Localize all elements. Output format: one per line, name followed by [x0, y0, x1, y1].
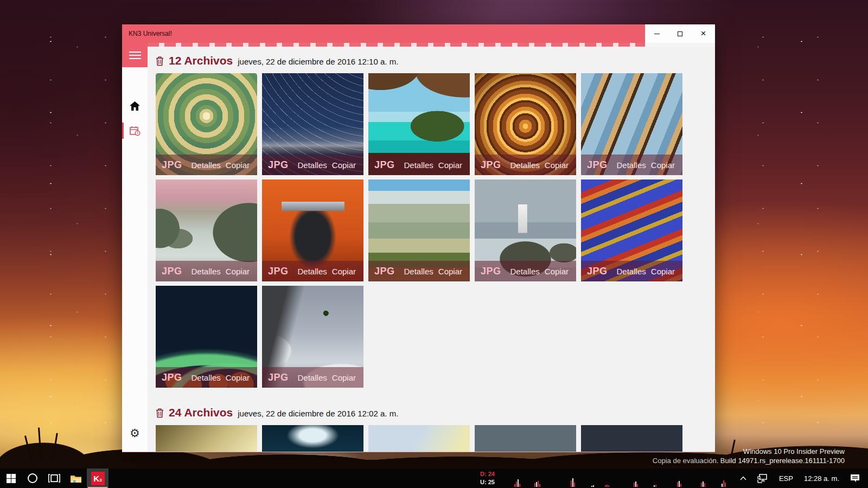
thumbnail-grid: JPG Detalles Copiar JPG Detalles Copiar … [156, 425, 715, 452]
copy-button[interactable]: Copiar [438, 160, 462, 170]
hamburger-menu-button[interactable] [122, 43, 148, 67]
format-badge: JPG [374, 266, 395, 277]
kn3-app-taskbar-button[interactable]: K3 [87, 468, 108, 488]
file-card: JPG Detalles Copiar [262, 286, 363, 388]
thumbnail-grid: JPG Detalles Copiar JPG Detalles Copiar … [156, 73, 715, 388]
maximize-button[interactable] [668, 24, 692, 43]
network-tray-button[interactable] [754, 468, 772, 488]
file-card: JPG Detalles Copiar [581, 179, 682, 281]
copy-button[interactable]: Copiar [226, 267, 250, 276]
card-overlay: JPG Detalles Copiar [581, 155, 682, 175]
file-card: JPG Detalles Copiar [156, 179, 257, 281]
network-graph-spike [605, 485, 609, 487]
file-card: JPG Detalles Copiar [368, 179, 470, 281]
copy-button[interactable]: Copiar [332, 373, 356, 382]
details-button[interactable]: Detalles [192, 160, 221, 170]
maximize-icon [678, 31, 682, 36]
details-button[interactable]: Detalles [298, 160, 327, 170]
file-card: JPG Detalles Copiar [475, 425, 576, 452]
tray-chevron-button[interactable] [736, 468, 750, 488]
trash-icon[interactable] [156, 408, 164, 418]
thumbnail[interactable] [581, 425, 682, 452]
card-overlay: JPG Detalles Copiar [262, 155, 363, 175]
thumbnail[interactable] [475, 425, 576, 452]
file-card: JPG Detalles Copiar [156, 425, 257, 452]
details-button[interactable]: Detalles [617, 160, 646, 170]
copy-button[interactable]: Copiar [332, 160, 356, 170]
copy-button[interactable]: Copiar [226, 373, 250, 382]
network-graph-spike [571, 478, 575, 487]
network-monitor-readout: D: 24 U: 25 [480, 470, 495, 486]
format-badge: JPG [587, 266, 608, 277]
task-view-button[interactable] [43, 468, 65, 488]
titlebar-underlay [645, 43, 715, 47]
download-speed: D: 24 [480, 470, 495, 478]
details-button[interactable]: Detalles [404, 267, 433, 276]
minimize-button[interactable] [645, 24, 668, 43]
system-tray: ESP 12:28 a. m. [736, 468, 864, 488]
minimize-icon [654, 34, 660, 34]
format-badge: JPG [162, 159, 182, 171]
card-overlay: JPG Detalles Copiar [475, 155, 576, 175]
trash-icon[interactable] [156, 56, 164, 66]
details-button[interactable]: Detalles [298, 373, 327, 382]
details-button[interactable]: Detalles [298, 267, 327, 276]
start-button[interactable] [0, 468, 22, 488]
task-view-icon [48, 474, 60, 483]
kn3-app-icon: K3 [91, 472, 105, 485]
format-badge: JPG [268, 159, 289, 171]
title-bar[interactable]: KN3 Universal! [122, 24, 645, 43]
sidebar-item-settings[interactable]: ⚙ [122, 422, 148, 443]
copy-button[interactable]: Copiar [651, 160, 675, 170]
network-graph-spike [534, 481, 540, 487]
file-card: JPG Detalles Copiar [368, 73, 470, 175]
sidebar-item-history[interactable] [122, 120, 148, 141]
progress-dash-strip [148, 43, 645, 47]
copy-button[interactable]: Copiar [226, 160, 250, 170]
network-graph-spike [514, 479, 520, 487]
language-indicator[interactable]: ESP [775, 468, 797, 488]
section-title: 12 Archivos [169, 54, 233, 67]
section-title: 24 Archivos [169, 406, 233, 419]
file-explorer-button[interactable] [65, 468, 87, 488]
home-icon [130, 101, 140, 111]
thumbnail[interactable] [368, 425, 470, 452]
network-graph-spike [634, 481, 638, 487]
copy-button[interactable]: Copiar [438, 267, 462, 276]
details-button[interactable]: Detalles [192, 373, 221, 382]
details-button[interactable]: Detalles [510, 160, 540, 170]
clock[interactable]: 12:28 a. m. [800, 468, 843, 488]
close-button[interactable]: × [692, 24, 715, 43]
thumbnail[interactable] [156, 425, 257, 452]
file-card: JPG Detalles Copiar [368, 425, 470, 452]
copy-button[interactable]: Copiar [545, 160, 569, 170]
window-controls: × [645, 24, 715, 43]
file-card: JPG Detalles Copiar [581, 73, 682, 175]
details-button[interactable]: Detalles [617, 267, 646, 276]
network-graph-spike [722, 480, 726, 487]
format-badge: JPG [268, 266, 289, 277]
network-graph-spike [654, 485, 656, 487]
copy-button[interactable]: Copiar [651, 267, 675, 276]
thumbnail[interactable] [262, 425, 363, 452]
cortana-circle-icon [27, 473, 38, 484]
action-center-button[interactable] [846, 468, 864, 488]
section-header: 12 Archivos jueves, 22 de diciembre de 2… [156, 54, 715, 67]
details-button[interactable]: Detalles [404, 160, 433, 170]
file-card: JPG Detalles Copiar [475, 179, 576, 281]
card-overlay: JPG Detalles Copiar [368, 261, 470, 281]
network-graph-spike [701, 481, 705, 487]
app-window: KN3 Universal! × ⚙ [122, 24, 715, 452]
cortana-button[interactable] [22, 468, 43, 488]
network-graph-spike [591, 485, 594, 487]
copy-button[interactable]: Copiar [545, 267, 569, 276]
details-button[interactable]: Detalles [510, 267, 540, 276]
details-button[interactable]: Detalles [192, 267, 221, 276]
format-badge: JPG [481, 266, 501, 277]
file-card: JPG Detalles Copiar [262, 425, 363, 452]
sidebar-item-home[interactable] [122, 95, 148, 116]
folder-icon [70, 474, 82, 483]
file-card: JPG Detalles Copiar [475, 73, 576, 175]
copy-button[interactable]: Copiar [332, 267, 356, 276]
format-badge: JPG [162, 266, 182, 277]
